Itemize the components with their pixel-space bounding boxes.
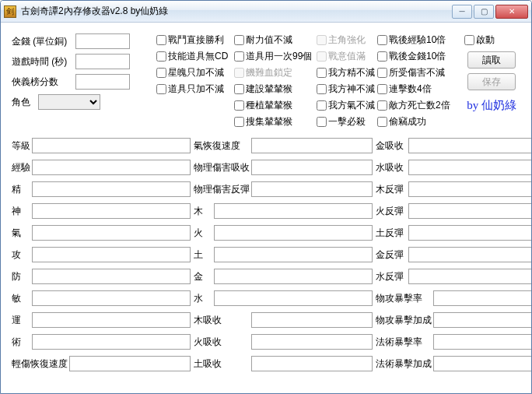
stat-input[interactable] xyxy=(251,334,373,350)
read-button[interactable]: 讀取 xyxy=(467,51,516,69)
cheat-check[interactable]: 我方氣不減 xyxy=(317,99,376,112)
stat-input[interactable] xyxy=(408,203,532,219)
stat-input[interactable] xyxy=(214,203,373,219)
maximize-button[interactable]: ▢ xyxy=(474,5,494,19)
stat-label: 金 xyxy=(194,270,212,283)
stat-input[interactable] xyxy=(408,181,532,197)
stat-label: 氣 xyxy=(12,227,30,240)
cheat-check[interactable]: 偷竊成功 xyxy=(377,115,449,128)
gametime-input[interactable] xyxy=(75,54,130,69)
minimize-button[interactable]: ─ xyxy=(452,5,472,19)
cheat-check[interactable]: 我方神不減 xyxy=(317,83,376,96)
stat-label: 水 xyxy=(194,292,212,305)
stat-input[interactable] xyxy=(251,160,373,175)
stat-label: 水吸收 xyxy=(376,161,407,174)
cheat-check[interactable]: 耐力值不減 xyxy=(234,33,315,47)
cheat-label: 道具只加不減 xyxy=(168,83,224,96)
stat-input[interactable] xyxy=(251,356,373,371)
stat-label: 法術暴擊加成 xyxy=(376,357,432,371)
stat-label: 等級 xyxy=(12,139,30,153)
cheat-check[interactable]: 道具用一次99個 xyxy=(234,50,315,63)
stat-input[interactable] xyxy=(251,181,373,197)
stat-input[interactable] xyxy=(32,269,191,284)
stat-label: 物攻暴擊率 xyxy=(376,292,432,305)
cheat-check[interactable]: 我方精不減 xyxy=(317,66,376,79)
cheat-check[interactable]: 道具只加不減 xyxy=(156,83,233,96)
chivalry-label: 俠義榜分数 xyxy=(12,76,72,89)
stat-input[interactable] xyxy=(433,334,532,350)
cheat-label: 建設輦輦猴 xyxy=(246,83,292,96)
stat-label: 精 xyxy=(12,183,30,196)
stat-input[interactable] xyxy=(32,290,191,306)
cheat-check[interactable]: 種植輦輦猴 xyxy=(234,99,315,112)
stat-input[interactable] xyxy=(32,138,191,153)
enable-check[interactable]: 啟動 xyxy=(464,33,495,47)
stat-input[interactable] xyxy=(433,356,532,371)
stat-input[interactable] xyxy=(251,312,373,328)
cheat-check[interactable]: 搜集輦輦猴 xyxy=(234,115,315,128)
stat-input[interactable] xyxy=(214,247,373,262)
cheat-label: 主角強化 xyxy=(328,33,366,47)
stat-label: 攻 xyxy=(12,248,30,262)
stat-input[interactable] xyxy=(408,138,532,153)
gametime-label: 遊戲時間 (秒) xyxy=(12,55,72,69)
cheat-label: 星魄只加不減 xyxy=(168,66,224,79)
cheat-check[interactable]: 星魄只加不減 xyxy=(156,66,233,79)
stat-input[interactable] xyxy=(433,312,532,328)
stat-label: 土吸收 xyxy=(194,357,250,371)
stat-input[interactable] xyxy=(408,247,532,262)
save-button[interactable]: 保存 xyxy=(467,73,516,90)
stat-input[interactable] xyxy=(32,203,191,219)
cheat-label: 種植輦輦猴 xyxy=(246,99,292,112)
stat-input[interactable] xyxy=(32,225,191,241)
stat-label: 法術暴擊率 xyxy=(376,336,432,349)
stat-label: 金吸收 xyxy=(376,139,407,153)
cheat-check[interactable]: 連擊数4倍 xyxy=(377,83,449,96)
stat-input[interactable] xyxy=(32,247,191,262)
role-select[interactable] xyxy=(38,94,100,110)
cheat-label: 戰後金錢10倍 xyxy=(389,50,446,63)
stat-input[interactable] xyxy=(69,356,191,371)
stat-label: 敏 xyxy=(12,292,30,305)
stat-input[interactable] xyxy=(433,290,532,306)
stat-input[interactable] xyxy=(32,334,191,350)
stat-input[interactable] xyxy=(32,181,191,197)
cheat-check[interactable]: 敵方死亡数2倍 xyxy=(377,99,449,112)
cheat-check[interactable]: 所受傷害不減 xyxy=(377,66,449,79)
cheat-label: 偷竊成功 xyxy=(389,115,426,128)
titlebar[interactable]: 剑 古劍奇譚2內存修改器v2.8 by仙奶綠 ─ ▢ ✕ xyxy=(1,1,531,23)
stat-input[interactable] xyxy=(32,160,191,175)
stat-input[interactable] xyxy=(214,290,373,306)
stat-label: 金反彈 xyxy=(376,248,407,262)
cheat-check[interactable]: 饑難血鎖定 xyxy=(234,66,315,79)
stat-label: 土 xyxy=(194,248,212,262)
stat-label: 火吸收 xyxy=(194,336,250,349)
cheat-check[interactable]: 主角強化 xyxy=(317,33,376,47)
cheat-label: 搜集輦輦猴 xyxy=(246,115,292,128)
cheat-check[interactable]: 建設輦輦猴 xyxy=(234,83,315,96)
stat-input[interactable] xyxy=(408,269,532,284)
cheat-check[interactable]: 技能道具無CD xyxy=(156,50,233,63)
stat-input[interactable] xyxy=(214,269,373,284)
stat-label: 木吸收 xyxy=(194,314,250,327)
cheat-check[interactable]: 一擊必殺 xyxy=(317,115,376,128)
stat-input[interactable] xyxy=(32,312,191,328)
window-title: 古劍奇譚2內存修改器v2.8 by仙奶綠 xyxy=(21,5,452,18)
stat-input[interactable] xyxy=(408,160,532,175)
cheat-check[interactable]: 戰後金錢10倍 xyxy=(377,50,449,63)
cheat-check[interactable]: 戰後經驗10倍 xyxy=(377,33,449,47)
stat-input[interactable] xyxy=(251,138,373,153)
stat-label: 木反彈 xyxy=(376,183,407,196)
cheat-check[interactable]: 戰意值滿 xyxy=(317,50,376,63)
stat-label: 輕傷恢復速度 xyxy=(12,357,68,371)
stat-label: 水反彈 xyxy=(376,270,407,283)
stat-input[interactable] xyxy=(214,225,373,241)
stat-label: 物理傷害吸收 xyxy=(194,161,250,174)
content-area: 金錢 (單位銅) 遊戲時間 (秒) 俠義榜分数 角色 戰鬥直接勝利耐力值不減主角… xyxy=(1,23,531,379)
chivalry-input[interactable] xyxy=(75,74,130,90)
stat-input[interactable] xyxy=(408,225,532,241)
money-input[interactable] xyxy=(75,33,130,49)
close-button[interactable]: ✕ xyxy=(495,5,528,19)
cheat-check[interactable]: 戰鬥直接勝利 xyxy=(156,33,233,47)
cheat-label: 戰後經驗10倍 xyxy=(389,33,446,47)
